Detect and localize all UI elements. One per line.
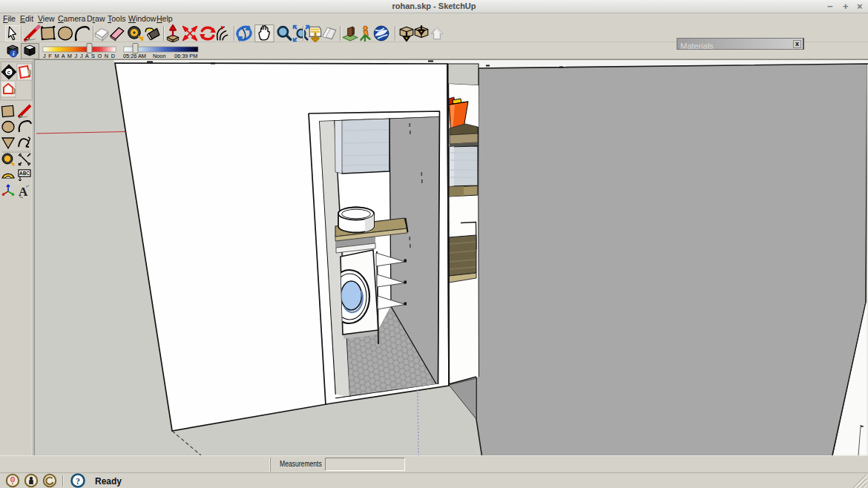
svg-text:?: ? bbox=[76, 476, 80, 487]
svg-text:C: C bbox=[7, 70, 11, 75]
svg-text:ABC: ABC bbox=[19, 171, 30, 176]
svg-text:J F M A M J J A S O N D: J F M A M J J A S O N D bbox=[43, 53, 115, 59]
svg-text:05:26 AM: 05:26 AM bbox=[123, 53, 146, 59]
svg-text:06:39 PM: 06:39 PM bbox=[174, 53, 197, 59]
svg-text:Noon: Noon bbox=[153, 53, 165, 59]
